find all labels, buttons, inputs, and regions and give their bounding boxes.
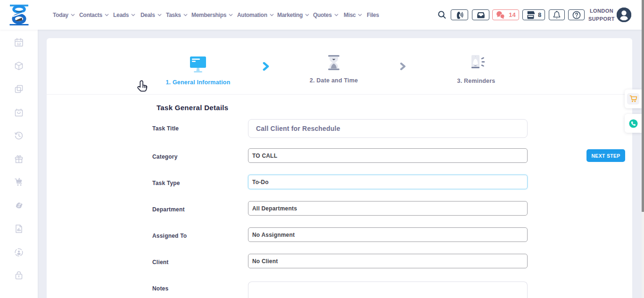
svg-text:12: 12 xyxy=(17,42,21,46)
